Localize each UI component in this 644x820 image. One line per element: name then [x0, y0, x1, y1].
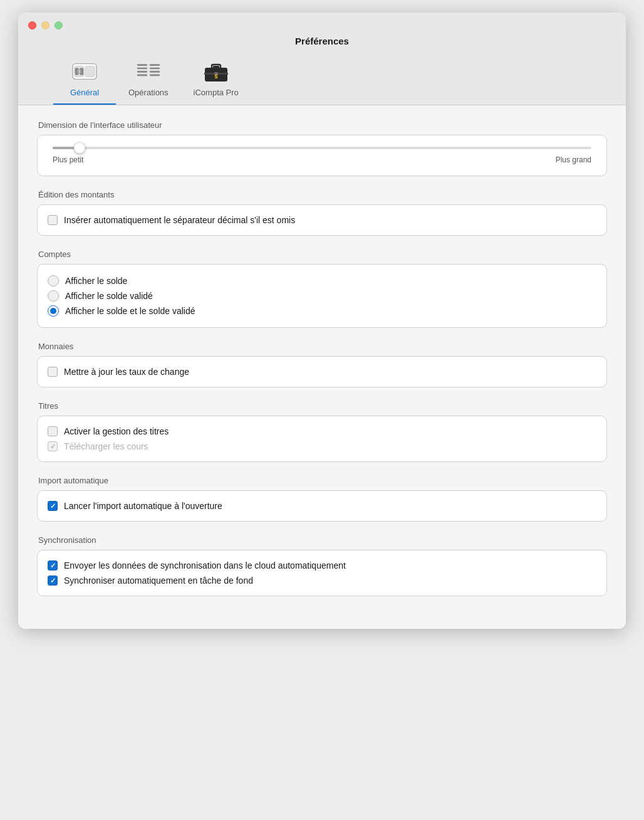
- section-edition-box: Insérer automatiquement le séparateur dé…: [37, 204, 607, 236]
- svg-rect-11: [150, 68, 160, 70]
- svg-rect-6: [137, 64, 147, 66]
- content-area: Dimension de l'interface utilisateur Plu…: [18, 105, 626, 629]
- radio-solde-valide-row[interactable]: Afficher le solde validé: [48, 288, 596, 303]
- checkbox-taux-row[interactable]: Mettre à jour les taux de change: [48, 365, 596, 378]
- svg-rect-3: [75, 68, 79, 75]
- tab-icompta[interactable]: $ iCompta Pro: [181, 55, 251, 105]
- slider-track: [53, 147, 591, 149]
- svg-rect-2: [85, 66, 95, 76]
- section-comptes-box: Afficher le solde Afficher le solde vali…: [37, 264, 607, 328]
- radio-solde-valide-label: Afficher le solde validé: [65, 291, 153, 301]
- section-import-label: Import automatique: [37, 476, 607, 485]
- slider-fill: [53, 147, 74, 149]
- section-synchro: Synchronisation Envoyer les données de s…: [37, 535, 607, 596]
- section-monnaies: Monnaies Mettre à jour les taux de chang…: [37, 342, 607, 387]
- radio-solde[interactable]: [48, 275, 59, 286]
- section-import-box: Lancer l'import automatique à l'ouvertur…: [37, 490, 607, 522]
- briefcase-icon: $: [204, 59, 229, 84]
- checkbox-cloud-label: Envoyer les données de synchronisation d…: [64, 560, 346, 570]
- slider-max-label: Plus grand: [556, 155, 591, 164]
- minimize-button[interactable]: [41, 21, 49, 29]
- checkbox-gestion-label: Activer la gestion des titres: [64, 426, 169, 436]
- section-dimension-box: Plus petit Plus grand: [37, 135, 607, 176]
- section-comptes: Comptes Afficher le solde Afficher le so…: [37, 250, 607, 328]
- toolbar: Général Opérations: [28, 55, 616, 105]
- checkbox-cours: [48, 441, 58, 451]
- svg-rect-12: [150, 71, 160, 73]
- slider-min-label: Plus petit: [53, 155, 83, 164]
- section-monnaies-label: Monnaies: [37, 342, 607, 351]
- svg-rect-4: [80, 68, 83, 75]
- checkbox-taux-label: Mettre à jour les taux de change: [64, 367, 189, 377]
- section-dimension-label: Dimension de l'interface utilisateur: [37, 120, 607, 130]
- lines-icon: [136, 59, 161, 84]
- checkbox-fond-label: Synchroniser automatiquement en tâche de…: [64, 576, 253, 586]
- radio-solde-et-valide-row[interactable]: Afficher le solde et le solde validé: [48, 303, 596, 318]
- tab-operations-label: Opérations: [128, 88, 169, 97]
- preferences-window: Préférences Général: [18, 13, 626, 629]
- section-comptes-label: Comptes: [37, 250, 607, 259]
- tab-general[interactable]: Général: [53, 55, 116, 105]
- toggle-icon: [72, 59, 97, 84]
- checkbox-cours-label: Télécharger les cours: [64, 441, 148, 451]
- svg-rect-16: [213, 66, 219, 68]
- checkbox-cloud-row[interactable]: Envoyer les données de synchronisation d…: [48, 559, 596, 572]
- radio-solde-et-valide-label: Afficher le solde et le solde validé: [65, 306, 195, 316]
- checkbox-decimal[interactable]: [48, 215, 58, 225]
- section-edition-label: Édition des montants: [37, 190, 607, 199]
- checkbox-cloud[interactable]: [48, 560, 58, 570]
- checkbox-decimal-row[interactable]: Insérer automatiquement le séparateur dé…: [48, 214, 596, 226]
- tab-general-label: Général: [70, 88, 99, 97]
- checkbox-gestion-row[interactable]: Activer la gestion des titres: [48, 425, 596, 438]
- section-titres-label: Titres: [37, 401, 607, 411]
- checkbox-lancer-row[interactable]: Lancer l'import automatique à l'ouvertur…: [48, 500, 596, 512]
- slider-labels: Plus petit Plus grand: [53, 155, 591, 164]
- svg-rect-10: [150, 64, 160, 66]
- tab-icompta-label: iCompta Pro: [194, 88, 239, 97]
- checkbox-fond-row[interactable]: Synchroniser automatiquement en tâche de…: [48, 574, 596, 587]
- section-titres-box: Activer la gestion des titres Télécharge…: [37, 416, 607, 462]
- tab-operations[interactable]: Opérations: [116, 55, 181, 105]
- radio-solde-valide[interactable]: [48, 290, 59, 302]
- title-bar: Préférences Général: [18, 13, 626, 105]
- maximize-button[interactable]: [55, 21, 63, 29]
- svg-rect-13: [150, 75, 160, 76]
- svg-rect-7: [137, 68, 147, 70]
- section-edition: Édition des montants Insérer automatique…: [37, 190, 607, 236]
- svg-rect-8: [137, 71, 147, 73]
- section-import: Import automatique Lancer l'import autom…: [37, 476, 607, 522]
- svg-rect-9: [137, 75, 147, 76]
- section-titres: Titres Activer la gestion des titres Tél…: [37, 401, 607, 462]
- traffic-lights: [28, 21, 63, 29]
- radio-solde-label: Afficher le solde: [65, 276, 127, 286]
- radio-solde-et-valide[interactable]: [48, 305, 59, 317]
- checkbox-decimal-label: Insérer automatiquement le séparateur dé…: [64, 215, 295, 225]
- svg-text:$: $: [214, 73, 217, 80]
- checkbox-gestion[interactable]: [48, 426, 58, 436]
- checkbox-cours-row: Télécharger les cours: [48, 440, 596, 453]
- radio-solde-row[interactable]: Afficher le solde: [48, 273, 596, 288]
- checkbox-fond[interactable]: [48, 576, 58, 586]
- section-dimension: Dimension de l'interface utilisateur Plu…: [37, 120, 607, 176]
- section-monnaies-box: Mettre à jour les taux de change: [37, 356, 607, 387]
- section-synchro-box: Envoyer les données de synchronisation d…: [37, 550, 607, 596]
- checkbox-taux[interactable]: [48, 367, 58, 377]
- window-title: Préférences: [295, 36, 349, 46]
- close-button[interactable]: [28, 21, 36, 29]
- slider-thumb[interactable]: [74, 142, 85, 154]
- section-synchro-label: Synchronisation: [37, 535, 607, 545]
- checkbox-lancer-label: Lancer l'import automatique à l'ouvertur…: [64, 501, 222, 511]
- slider-container: Plus petit Plus grand: [48, 144, 596, 167]
- checkbox-lancer[interactable]: [48, 501, 58, 511]
